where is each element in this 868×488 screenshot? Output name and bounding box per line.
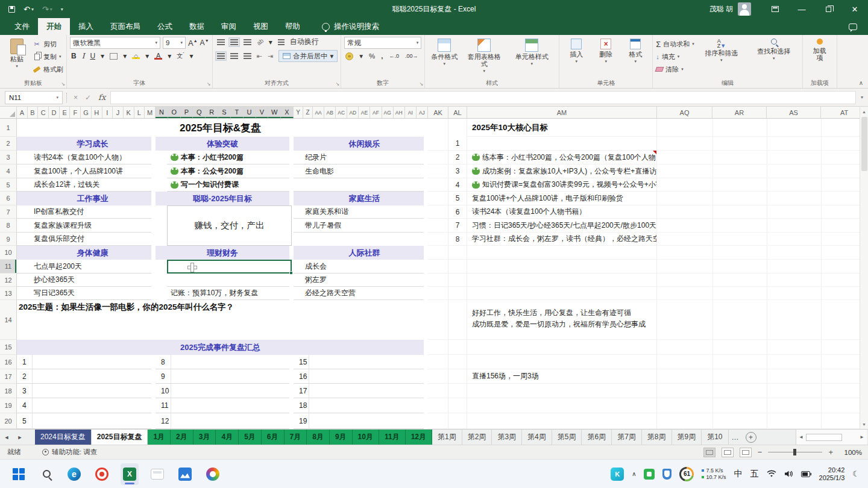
column-header[interactable]: K <box>124 107 134 118</box>
sheet-tab[interactable]: 7月 <box>285 430 307 445</box>
docs-app-button[interactable] <box>176 463 194 485</box>
column-header[interactable]: AQ <box>657 107 712 118</box>
format-cells-button[interactable]: 格式 ▾ <box>621 37 649 77</box>
cell[interactable]: 5 <box>17 413 156 429</box>
ribbon-tab[interactable]: 帮助 <box>277 18 309 35</box>
scroll-up-icon[interactable]: ▲ <box>860 107 868 116</box>
scroll-down-icon[interactable]: ▼ <box>860 419 868 429</box>
cell[interactable]: 写日记365天 <box>17 287 156 300</box>
underline-button[interactable]: U <box>90 52 95 60</box>
row-header[interactable]: 7 <box>0 205 17 219</box>
customize-qat-button[interactable]: ▾ <box>61 7 63 12</box>
normal-view-button[interactable] <box>703 448 715 457</box>
row-header[interactable]: 10 <box>0 246 17 260</box>
sheet-tab[interactable]: 4月 <box>216 430 239 445</box>
cell[interactable]: 1 <box>17 355 156 369</box>
enter-icon[interactable]: ✓ <box>85 93 91 102</box>
align-center-icon[interactable] <box>230 53 238 59</box>
decrease-font-button[interactable]: A▼ <box>200 39 209 47</box>
sheet-tab[interactable]: 10月 <box>353 430 379 445</box>
cell[interactable]: 记账：预算10万，财务复盘 <box>156 287 294 300</box>
sheet-tab[interactable]: 5月 <box>239 430 262 445</box>
sheet-tab[interactable]: 第6周 <box>582 430 612 445</box>
orientation-icon[interactable]: ab <box>255 37 265 47</box>
ribbon-tab[interactable]: 数据 <box>181 18 213 35</box>
cell[interactable]: 知识付费课=复盘创富30讲卖99元，视频号+公众号+小宇宙 <box>467 178 657 192</box>
increase-font-button[interactable]: A▲ <box>188 39 198 48</box>
column-header[interactable]: B <box>28 107 39 118</box>
row-header[interactable]: 13 <box>0 287 17 300</box>
column-header-selected[interactable]: S <box>218 107 231 118</box>
cell[interactable]: 8 <box>156 355 294 369</box>
row-header[interactable]: 4 <box>0 164 17 178</box>
column-header-selected[interactable]: N <box>156 107 168 118</box>
cell[interactable] <box>467 384 657 398</box>
cell[interactable]: 生命电影 <box>294 164 428 178</box>
sheet-tab[interactable]: 2025目标复盘 <box>92 430 148 445</box>
column-header-selected[interactable]: Q <box>193 107 206 118</box>
summary-header-cell[interactable]: 2025完成事件复盘汇总 <box>17 340 428 355</box>
close-button[interactable]: ✕ <box>841 0 868 18</box>
ribbon-tab[interactable]: 页面布局 <box>102 18 149 35</box>
scroll-left-icon[interactable]: ◄ <box>796 434 806 440</box>
row-header[interactable]: 1 <box>0 119 17 137</box>
row-header[interactable]: 2 <box>0 137 17 151</box>
column-header[interactable]: D <box>49 107 60 118</box>
cancel-icon[interactable]: × <box>74 93 78 102</box>
row-header[interactable]: 19 <box>0 398 17 413</box>
app-red-button[interactable] <box>93 463 111 485</box>
increase-decimal-button[interactable]: ←.0 <box>389 53 400 59</box>
cell[interactable]: 聪聪-2025年目标 <box>156 192 294 205</box>
column-header[interactable]: J <box>113 107 124 118</box>
row-header[interactable]: 16 <box>0 355 17 369</box>
cell[interactable]: 人际社群 <box>294 246 428 260</box>
cell[interactable]: 16 <box>294 369 428 384</box>
font-color-icon[interactable]: A <box>154 52 162 60</box>
font-dialog-launcher[interactable]: ↘ <box>207 81 211 87</box>
cell[interactable]: 12 <box>156 413 294 429</box>
comma-style-button[interactable]: , <box>381 52 383 60</box>
number-format-select[interactable]: 常规▾ <box>344 37 421 49</box>
align-top-icon[interactable] <box>217 39 225 45</box>
sheet-title-cell[interactable]: 2025年目标&复盘 <box>17 119 428 137</box>
battery-button[interactable] <box>801 471 811 477</box>
ime-scheme-indicator[interactable]: 五 <box>750 469 759 480</box>
sort-filter-button[interactable]: AZ▼ 排序和筛选 ▾ <box>696 37 747 77</box>
font-size-select[interactable]: 9▾ <box>163 37 186 49</box>
ribbon-display-options-button[interactable] <box>762 0 788 18</box>
row-header[interactable]: 12 <box>0 274 17 287</box>
save-button[interactable] <box>8 6 15 13</box>
cell[interactable]: 1 <box>448 137 467 151</box>
cell[interactable]: 2 <box>448 151 467 164</box>
sheet-tab[interactable]: 6月 <box>262 430 285 445</box>
column-header[interactable]: G <box>81 107 92 118</box>
system-score-button[interactable]: 61 <box>679 467 694 481</box>
accessibility-status[interactable]: 辅助功能: 调查 <box>42 448 97 457</box>
column-header[interactable]: AA <box>313 107 324 118</box>
cell[interactable]: 直播156场，一周3场 <box>467 369 657 384</box>
tray-app-button[interactable]: K <box>611 468 624 481</box>
format-painter-button[interactable]: 格式刷 <box>33 64 63 75</box>
cell[interactable]: 复盘100讲+个人品牌100讲，电子版和印刷验货 <box>467 192 657 205</box>
sheet-tab[interactable]: 1月 <box>148 430 171 445</box>
row-header[interactable]: 17 <box>0 369 17 384</box>
name-box[interactable]: N11▾ <box>5 91 63 104</box>
cell-styles-button[interactable]: 单元格样式 ▾ <box>508 37 556 77</box>
column-header[interactable]: AD <box>347 107 359 118</box>
add-sheet-button[interactable]: + <box>746 432 756 443</box>
borders-icon[interactable] <box>110 53 118 60</box>
column-header[interactable]: M <box>145 107 156 118</box>
ribbon-tab[interactable]: 审阅 <box>213 18 245 35</box>
column-header-selected[interactable]: P <box>181 107 193 118</box>
active-cell-selection[interactable] <box>167 260 292 274</box>
fill-color-icon[interactable]: ◇ <box>132 53 140 59</box>
cell[interactable]: 9 <box>156 369 294 384</box>
ribbon-tab[interactable]: 文件 <box>6 18 38 35</box>
redo-button[interactable]: ↷▾ <box>42 5 52 14</box>
select-all-corner[interactable] <box>0 107 17 118</box>
horizontal-scroll-thumb[interactable] <box>806 434 842 441</box>
cell[interactable]: IP创富私教交付 <box>17 205 156 219</box>
sheet-tab[interactable]: 第5周 <box>552 430 582 445</box>
alignment-dialog-launcher[interactable]: ↘ <box>336 81 340 87</box>
cell[interactable]: 带儿子暑假 <box>294 219 428 233</box>
